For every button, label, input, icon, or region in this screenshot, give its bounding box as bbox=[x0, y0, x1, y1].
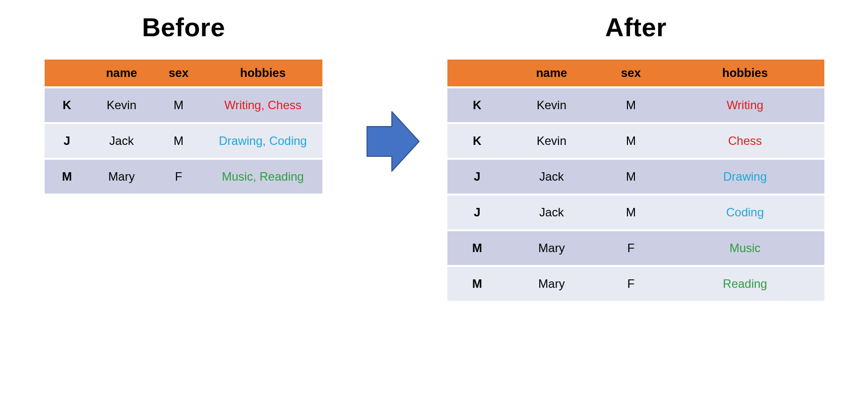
cell-index: J bbox=[447, 196, 507, 229]
cell-name: Jack bbox=[507, 196, 596, 229]
title-before: Before bbox=[45, 12, 322, 42]
cell-name: Kevin bbox=[507, 124, 596, 158]
cell-hobbies: Coding bbox=[666, 196, 824, 229]
col-sex: sex bbox=[154, 60, 203, 86]
cell-sex: M bbox=[596, 160, 666, 194]
cell-hobbies: Reading bbox=[666, 267, 824, 301]
cell-name: Kevin bbox=[89, 88, 154, 122]
table-row: MMaryFReading bbox=[447, 267, 824, 301]
table-row: MMaryFMusic, Reading bbox=[45, 160, 322, 194]
table-header-row: name sex hobbies bbox=[45, 60, 322, 86]
cell-index: J bbox=[447, 160, 507, 194]
cell-sex: F bbox=[596, 231, 666, 265]
table-row: MMaryFMusic bbox=[447, 231, 824, 265]
cell-sex: M bbox=[596, 124, 666, 158]
cell-hobbies: Drawing bbox=[666, 160, 824, 194]
cell-name: Mary bbox=[507, 267, 596, 301]
table-row: KKevinMWriting, Chess bbox=[45, 88, 322, 122]
col-hobbies: hobbies bbox=[666, 60, 824, 86]
col-index bbox=[447, 60, 507, 86]
cell-sex: F bbox=[596, 267, 666, 301]
arrow-right-icon bbox=[362, 107, 422, 176]
col-sex: sex bbox=[596, 60, 666, 86]
cell-name: Mary bbox=[507, 231, 596, 265]
cell-index: K bbox=[447, 124, 507, 158]
cell-hobbies: Music, Reading bbox=[203, 160, 322, 194]
col-name: name bbox=[89, 60, 154, 86]
table-header-row: name sex hobbies bbox=[447, 60, 824, 86]
cell-index: M bbox=[447, 231, 507, 265]
col-hobbies: hobbies bbox=[203, 60, 322, 86]
cell-sex: M bbox=[596, 88, 666, 122]
cell-sex: M bbox=[154, 88, 203, 122]
cell-index: K bbox=[447, 88, 507, 122]
cell-index: K bbox=[45, 88, 89, 122]
title-after: After bbox=[447, 12, 824, 42]
cell-name: Kevin bbox=[507, 88, 596, 122]
cell-name: Mary bbox=[89, 160, 154, 194]
cell-index: M bbox=[447, 267, 507, 301]
cell-sex: M bbox=[154, 124, 203, 158]
after-table: name sex hobbies KKevinMWritingKKevinMCh… bbox=[447, 58, 824, 303]
table-row: KKevinMWriting bbox=[447, 88, 824, 122]
cell-hobbies: Writing, Chess bbox=[203, 88, 322, 122]
table-row: JJackMCoding bbox=[447, 196, 824, 229]
cell-hobbies: Writing bbox=[666, 88, 824, 122]
col-name: name bbox=[507, 60, 596, 86]
col-index bbox=[45, 60, 89, 86]
cell-hobbies: Music bbox=[666, 231, 824, 265]
table-row: JJackMDrawing, Coding bbox=[45, 124, 322, 158]
cell-index: M bbox=[45, 160, 89, 194]
cell-hobbies: Drawing, Coding bbox=[203, 124, 322, 158]
cell-name: Jack bbox=[507, 160, 596, 194]
cell-sex: F bbox=[154, 160, 203, 194]
table-row: KKevinMChess bbox=[447, 124, 824, 158]
svg-marker-0 bbox=[367, 112, 419, 171]
before-table: name sex hobbies KKevinMWriting, ChessJJ… bbox=[45, 58, 322, 196]
table-row: JJackMDrawing bbox=[447, 160, 824, 194]
cell-hobbies: Chess bbox=[666, 124, 824, 158]
cell-name: Jack bbox=[89, 124, 154, 158]
cell-index: J bbox=[45, 124, 89, 158]
cell-sex: M bbox=[596, 196, 666, 229]
